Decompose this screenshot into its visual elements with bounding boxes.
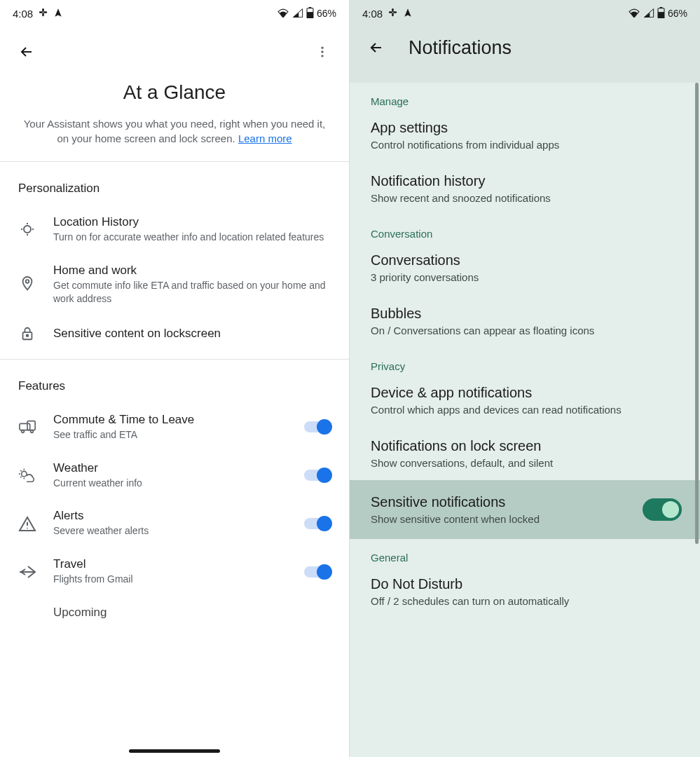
- learn-more-link[interactable]: Learn more: [238, 132, 292, 144]
- item-bubbles[interactable]: Bubbles On / Conversations can appear as…: [350, 294, 700, 348]
- weather-icon: [18, 468, 36, 483]
- item-app-settings[interactable]: App settings Control notifications from …: [350, 109, 700, 162]
- item-title: Notification history: [371, 173, 679, 189]
- setting-title: Alerts: [53, 509, 287, 523]
- battery-percent: 66%: [668, 8, 687, 19]
- setting-upcoming[interactable]: Upcoming: [0, 596, 349, 629]
- setting-sub: Turn on for accurate weather info and lo…: [53, 231, 331, 244]
- screen-notifications: 4:08 ! 66% Notifications Manage: [350, 0, 700, 757]
- svg-point-9: [321, 50, 323, 53]
- svg-rect-21: [393, 11, 397, 13]
- svg-rect-3: [42, 13, 44, 16]
- item-sub: Control notifications from individual ap…: [371, 139, 679, 151]
- item-title: Bubbles: [371, 306, 679, 322]
- setting-sub: Current weather info: [53, 477, 287, 490]
- slack-icon: [38, 7, 48, 20]
- section-features: Features: [0, 360, 349, 403]
- setting-travel[interactable]: Travel Flights from Gmail: [0, 547, 349, 596]
- svg-rect-16: [27, 421, 35, 430]
- wifi-icon: [277, 8, 289, 20]
- home-work-icon: [18, 275, 36, 294]
- svg-point-10: [321, 55, 323, 57]
- setting-home-work[interactable]: Home and work Get commute info like ETA …: [0, 254, 349, 315]
- svg-rect-1: [43, 11, 47, 13]
- item-notification-history[interactable]: Notification history Show recent and sno…: [350, 162, 700, 215]
- section-general: General: [350, 539, 700, 565]
- scrollbar[interactable]: [695, 83, 699, 544]
- item-sub: Show conversations, default, and silent: [371, 457, 679, 469]
- setting-sub: Severe weather alerts: [53, 524, 287, 538]
- item-title: Device & app notifications: [371, 385, 679, 401]
- status-bar: 4:08 ! 66%: [350, 0, 700, 27]
- setting-location-history[interactable]: Location History Turn on for accurate we…: [0, 205, 349, 254]
- svg-rect-27: [658, 12, 664, 18]
- setting-alerts[interactable]: Alerts Severe weather alerts: [0, 499, 349, 547]
- alerts-icon: [18, 515, 36, 532]
- setting-commute[interactable]: Commute & Time to Leave See traffic and …: [0, 403, 349, 451]
- page-title: Notifications: [409, 37, 512, 59]
- status-time: 4:08: [362, 8, 383, 20]
- back-button[interactable]: [362, 34, 390, 62]
- location-history-icon: [18, 221, 36, 238]
- setting-sub: See traffic and ETA: [53, 428, 287, 442]
- svg-point-18: [31, 430, 34, 433]
- sensitive-notifications-toggle[interactable]: [643, 498, 682, 521]
- commute-toggle[interactable]: [304, 421, 331, 432]
- svg-rect-2: [42, 8, 44, 12]
- slack-icon: [387, 7, 398, 20]
- item-sub: 3 priority conversations: [371, 271, 679, 283]
- item-sub: Control which apps and devices can read …: [371, 404, 679, 416]
- item-do-not-disturb[interactable]: Do Not Disturb Off / 2 schedules can tur…: [350, 565, 700, 618]
- more-button[interactable]: [308, 38, 336, 66]
- battery-icon: [306, 7, 314, 20]
- svg-rect-0: [39, 11, 43, 13]
- section-privacy: Privacy: [350, 348, 700, 374]
- svg-point-19: [22, 471, 27, 476]
- nav-app-icon: [53, 8, 63, 20]
- item-sub: On / Conversations can appear as floatin…: [371, 325, 679, 336]
- svg-rect-7: [307, 12, 313, 18]
- weather-toggle[interactable]: [304, 470, 331, 481]
- item-conversations[interactable]: Conversations 3 priority conversations: [350, 241, 700, 294]
- setting-sub: Get commute info like ETA and traffic ba…: [53, 279, 331, 306]
- nav-handle[interactable]: [129, 749, 220, 753]
- setting-title: Upcoming: [53, 606, 331, 620]
- battery-icon: [657, 7, 665, 20]
- item-device-app-notifications[interactable]: Device & app notifications Control which…: [350, 374, 700, 427]
- svg-point-14: [27, 334, 29, 336]
- wifi-icon: [628, 8, 640, 20]
- setting-title: Home and work: [53, 264, 331, 278]
- item-title: Conversations: [371, 252, 679, 268]
- signal-icon: !: [292, 8, 303, 20]
- item-sub: Off / 2 schedules can turn on automatica…: [371, 595, 679, 607]
- setting-title: Travel: [53, 557, 287, 571]
- battery-percent: 66%: [317, 8, 336, 19]
- page-title: At a Glance: [0, 81, 349, 104]
- nav-app-icon: [403, 8, 413, 20]
- setting-sensitive-lockscreen[interactable]: Sensitive content on lockscreen: [0, 315, 349, 352]
- setting-title: Commute & Time to Leave: [53, 413, 287, 427]
- item-notifications-lock-screen[interactable]: Notifications on lock screen Show conver…: [350, 427, 700, 480]
- setting-title: Weather: [53, 461, 287, 475]
- signal-icon: !: [643, 8, 654, 20]
- setting-sub: Flights from Gmail: [53, 573, 287, 586]
- item-title: App settings: [371, 120, 679, 136]
- svg-rect-20: [389, 11, 392, 13]
- item-title: Sensitive notifications: [371, 494, 540, 510]
- item-title: Notifications on lock screen: [371, 438, 679, 454]
- setting-weather[interactable]: Weather Current weather info: [0, 451, 349, 500]
- svg-rect-22: [392, 8, 394, 12]
- screen-at-a-glance: 4:08 ! 66% At a Gl: [0, 0, 350, 757]
- section-personalization: Personalization: [0, 162, 349, 205]
- section-conversation: Conversation: [350, 215, 700, 241]
- item-sensitive-notifications[interactable]: Sensitive notifications Show sensitive c…: [350, 480, 700, 539]
- item-sub: Show sensitive content when locked: [371, 513, 540, 525]
- travel-toggle[interactable]: [304, 566, 331, 578]
- toolbar: [0, 31, 349, 73]
- commute-icon: [18, 419, 36, 435]
- svg-point-17: [22, 430, 25, 433]
- alerts-toggle[interactable]: [304, 518, 331, 529]
- lock-icon: [18, 325, 36, 342]
- travel-icon: [18, 564, 36, 580]
- back-button[interactable]: [13, 38, 41, 66]
